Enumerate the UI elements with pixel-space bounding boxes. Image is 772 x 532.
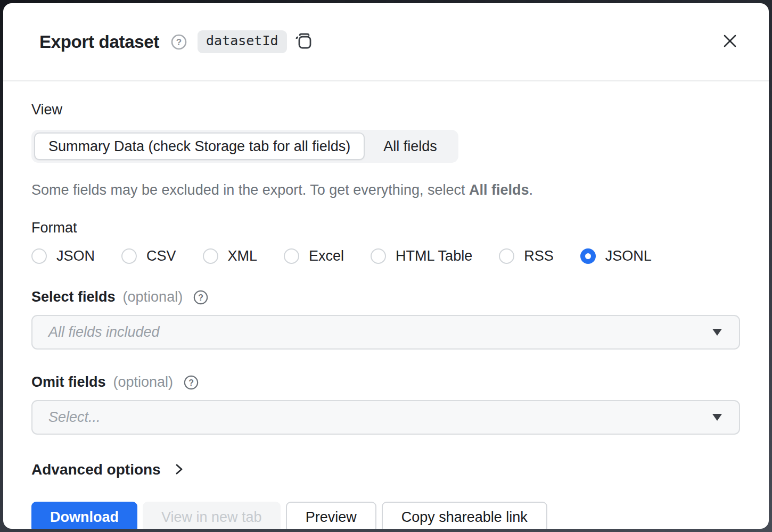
radio-label: HTML Table [396,248,472,264]
omit-fields-label-row: Omit fields (optional) ? [31,374,740,390]
format-radio-rss[interactable]: RSS [499,248,554,264]
radio-icon [203,248,218,264]
view-option-summary-data[interactable]: Summary Data (check Storage tab for all … [34,132,365,160]
caret-down-icon [712,329,722,336]
omit-fields-optional: (optional) [113,374,174,390]
download-button[interactable]: Download [31,502,137,529]
omit-fields-dropdown[interactable]: Select... [31,400,740,435]
select-fields-section: Select fields (optional) ? All fields in… [31,289,740,350]
format-radio-excel[interactable]: Excel [284,248,344,264]
omit-fields-placeholder: Select... [48,409,101,426]
svg-text:?: ? [198,293,203,302]
advanced-options-label: Advanced options [31,461,161,478]
help-icon[interactable]: ? [184,375,199,390]
view-segmented-control: Summary Data (check Storage tab for all … [31,130,458,163]
radio-icon [499,248,514,264]
footer-actions: Download View in new tab Preview Copy sh… [31,502,740,529]
radio-icon [31,248,47,264]
caret-down-icon [712,414,722,421]
view-in-new-tab-button[interactable]: View in new tab [143,502,281,529]
format-section: Format JSON CSV XML Excel [31,220,740,264]
view-helper-text: Some fields may be excluded in the expor… [31,181,740,200]
select-fields-label: Select fields [31,289,116,305]
preview-button[interactable]: Preview [286,502,376,529]
radio-icon [284,248,299,264]
helper-bold: All fields [469,182,529,198]
helper-prefix: Some fields may be excluded in the expor… [31,182,469,198]
modal-title: Export dataset [39,32,159,52]
radio-label: JSONL [605,248,652,264]
chevron-right-icon [173,463,185,477]
modal-header: Export dataset ? datasetId [3,3,769,81]
modal-body: View Summary Data (check Storage tab for… [3,81,769,529]
helper-suffix: . [529,182,533,198]
close-button[interactable] [722,33,738,51]
select-fields-optional: (optional) [123,289,183,305]
format-radio-xml[interactable]: XML [203,248,258,264]
advanced-options-toggle[interactable]: Advanced options [31,461,185,478]
format-radio-html-table[interactable]: HTML Table [371,248,472,264]
svg-text:?: ? [188,378,194,387]
help-icon[interactable]: ? [171,34,187,50]
format-radio-group: JSON CSV XML Excel HTML Table [31,248,740,264]
svg-text:?: ? [176,37,182,47]
export-dataset-modal: Export dataset ? datasetId [3,3,769,529]
close-icon [722,33,738,51]
radio-label: JSON [56,248,95,264]
radio-label: RSS [524,248,554,264]
radio-icon [121,248,137,264]
view-option-all-fields[interactable]: All fields [365,132,456,160]
copy-dataset-id-button[interactable] [294,32,313,52]
dataset-id-badge: datasetId [198,30,286,53]
omit-fields-section: Omit fields (optional) ? Select... [31,374,740,435]
radio-label: XML [228,248,258,264]
select-fields-label-row: Select fields (optional) ? [31,289,740,305]
format-radio-jsonl[interactable]: JSONL [580,248,652,264]
radio-label: Excel [309,248,344,264]
view-section: View Summary Data (check Storage tab for… [31,102,740,200]
help-icon[interactable]: ? [193,290,208,305]
omit-fields-label: Omit fields [31,374,106,390]
copy-icon [294,32,313,52]
radio-label: CSV [146,248,176,264]
format-radio-csv[interactable]: CSV [121,248,176,264]
copy-shareable-link-button[interactable]: Copy shareable link [382,502,547,529]
format-radio-json[interactable]: JSON [31,248,95,264]
select-fields-dropdown[interactable]: All fields included [31,315,740,350]
view-label: View [31,102,740,118]
select-fields-placeholder: All fields included [48,324,160,340]
format-label: Format [31,220,740,236]
radio-selected-icon [580,248,596,264]
radio-icon [371,248,386,264]
